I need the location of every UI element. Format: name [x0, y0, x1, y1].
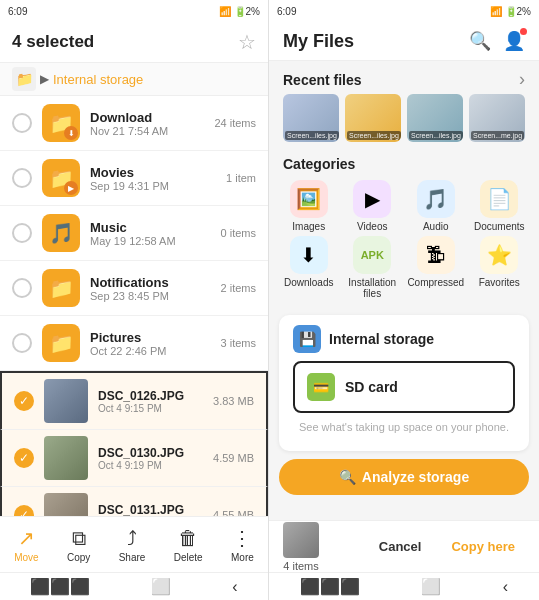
- sd-card-item[interactable]: 💳 SD card: [293, 361, 515, 413]
- more-button[interactable]: ⋮ More: [231, 526, 254, 563]
- img-meta-0: Oct 4 9:15 PM: [98, 403, 203, 414]
- copy-button[interactable]: ⧉ Copy: [67, 527, 90, 563]
- more-label: More: [231, 552, 254, 563]
- folder-meta-pictures: Oct 22 2:46 PM: [90, 345, 206, 357]
- img-thumb-2: [44, 493, 88, 516]
- recent-thumb-2[interactable]: Screen...iles.jpg: [407, 94, 463, 142]
- img-name-1: DSC_0130.JPG: [98, 446, 203, 460]
- nav-home-icon[interactable]: ⬜: [151, 577, 171, 596]
- list-item[interactable]: 📁⬇ Download Nov 21 7:54 AM 24 items: [0, 96, 268, 151]
- list-item[interactable]: 📁 Pictures Oct 22 2:46 PM 3 items: [0, 316, 268, 371]
- documents-icon: 📄: [480, 180, 518, 218]
- list-item[interactable]: ✓ DSC_0131.JPG Oct 4 9:19 PM 4.55 MB: [0, 487, 268, 516]
- left-status-icons: 📶 🔋2%: [219, 6, 260, 17]
- home-icon[interactable]: 📁: [12, 67, 36, 91]
- categories-label: Categories: [269, 150, 539, 176]
- nav-back-icon[interactable]: ‹: [232, 578, 237, 596]
- checkbox-img1[interactable]: ✓: [14, 448, 34, 468]
- videos-label: Videos: [357, 221, 387, 232]
- folder-icon-music: 🎵: [42, 214, 80, 252]
- list-item[interactable]: 🎵 Music May 19 12:58 AM 0 items: [0, 206, 268, 261]
- folder-name-notifications: Notifications: [90, 275, 206, 290]
- category-downloads[interactable]: ⬇ Downloads: [279, 236, 339, 299]
- checkbox-img2[interactable]: ✓: [14, 505, 34, 516]
- folder-name-pictures: Pictures: [90, 330, 206, 345]
- folder-count-download: 24 items: [214, 117, 256, 129]
- right-header: My Files 🔍 👤: [269, 22, 539, 61]
- right-panel: 6:09 📶 🔋2% My Files 🔍 👤 Recent files › S…: [269, 0, 539, 600]
- cancel-button[interactable]: Cancel: [369, 533, 432, 560]
- left-header-left: 4 selected: [12, 32, 94, 52]
- move-button[interactable]: ↗ Move: [14, 526, 38, 563]
- right-signal-icon: 📶: [490, 6, 502, 17]
- search-icon[interactable]: 🔍: [469, 30, 491, 52]
- recent-thumb-label-2: Screen...iles.jpg: [409, 131, 463, 140]
- folder-info-notifications: Notifications Sep 23 8:45 PM: [90, 275, 206, 302]
- list-item[interactable]: ✓ DSC_0130.JPG Oct 4 9:19 PM 4.59 MB: [0, 430, 268, 487]
- copy-here-button[interactable]: Copy here: [441, 533, 525, 560]
- breadcrumb-label[interactable]: Internal storage: [53, 72, 143, 87]
- recent-thumb-3[interactable]: Screen...me.jpg: [469, 94, 525, 142]
- category-installation[interactable]: APK Installation files: [343, 236, 403, 299]
- storage-header: 💾 Internal storage: [293, 325, 515, 353]
- list-item[interactable]: 📁▶ Movies Sep 19 4:31 PM 1 item: [0, 151, 268, 206]
- checkbox-notifications[interactable]: [12, 278, 32, 298]
- checkbox-movies[interactable]: [12, 168, 32, 188]
- list-item[interactable]: 📁 Notifications Sep 23 8:45 PM 2 items: [0, 261, 268, 316]
- storage-name: Internal storage: [329, 331, 434, 347]
- analyze-label: Analyze storage: [362, 469, 469, 485]
- img-meta-1: Oct 4 9:19 PM: [98, 460, 203, 471]
- category-videos[interactable]: ▶ Videos: [343, 180, 403, 232]
- favorites-icon: ⭐: [480, 236, 518, 274]
- recent-thumb-1[interactable]: Screen...iles.jpg: [345, 94, 401, 142]
- checkbox-pictures[interactable]: [12, 333, 32, 353]
- star-icon[interactable]: ☆: [238, 30, 256, 54]
- right-nav-home-icon[interactable]: ⬜: [421, 577, 441, 596]
- folder-name-movies: Movies: [90, 165, 206, 180]
- folder-icon-notifications: 📁: [42, 269, 80, 307]
- img-size-2: 4.55 MB: [213, 509, 254, 516]
- breadcrumb-arrow: ▶: [40, 72, 49, 86]
- delete-label: Delete: [174, 552, 203, 563]
- share-button[interactable]: ⤴ Share: [119, 527, 146, 563]
- folder-info-download: Download Nov 21 7:54 AM: [90, 110, 204, 137]
- category-audio[interactable]: 🎵 Audio: [406, 180, 466, 232]
- recent-files-chevron[interactable]: ›: [519, 69, 525, 90]
- folder-list: 📁⬇ Download Nov 21 7:54 AM 24 items 📁▶ M…: [0, 96, 268, 516]
- delete-button[interactable]: 🗑 Delete: [174, 527, 203, 563]
- folder-count-pictures: 3 items: [216, 337, 256, 349]
- analyze-storage-button[interactable]: 🔍 Analyze storage: [279, 459, 529, 495]
- folder-count-music: 0 items: [216, 227, 256, 239]
- nav-recent-icon[interactable]: ⬛⬛⬛: [30, 577, 90, 596]
- category-images[interactable]: 🖼️ Images: [279, 180, 339, 232]
- category-documents[interactable]: 📄 Documents: [470, 180, 530, 232]
- img-size-0: 3.83 MB: [213, 395, 254, 407]
- category-favorites[interactable]: ⭐ Favorites: [470, 236, 530, 299]
- checkbox-img0[interactable]: ✓: [14, 391, 34, 411]
- folder-info-movies: Movies Sep 19 4:31 PM: [90, 165, 206, 192]
- copy-icon: ⧉: [72, 527, 86, 550]
- favorites-label: Favorites: [479, 277, 520, 288]
- right-nav-recent-icon[interactable]: ⬛⬛⬛: [300, 577, 360, 596]
- checkbox-download[interactable]: [12, 113, 32, 133]
- list-item[interactable]: ✓ DSC_0126.JPG Oct 4 9:15 PM 3.83 MB: [0, 371, 268, 430]
- right-nav-back-icon[interactable]: ‹: [503, 578, 508, 596]
- folder-meta-download: Nov 21 7:54 AM: [90, 125, 204, 137]
- img-name-2: DSC_0131.JPG: [98, 503, 203, 517]
- category-compressed[interactable]: 🗜 Compressed: [406, 236, 466, 299]
- left-status-time: 6:09: [8, 6, 27, 17]
- folder-name-download: Download: [90, 110, 204, 125]
- installation-label: Installation files: [343, 277, 403, 299]
- recent-thumb-0[interactable]: Screen...iles.jpg: [283, 94, 339, 142]
- checkbox-music[interactable]: [12, 223, 32, 243]
- notification-icon[interactable]: 👤: [503, 30, 525, 52]
- img-info-1: DSC_0130.JPG Oct 4 9:19 PM: [98, 446, 203, 471]
- left-status-bar: 6:09 📶 🔋2%: [0, 0, 268, 22]
- more-icon: ⋮: [232, 526, 252, 550]
- right-status-bar: 6:09 📶 🔋2%: [269, 0, 539, 22]
- videos-icon: ▶: [353, 180, 391, 218]
- storage-card: 💾 Internal storage 💳 SD card See what's …: [279, 315, 529, 451]
- img-info-2: DSC_0131.JPG Oct 4 9:19 PM: [98, 503, 203, 517]
- downloads-label: Downloads: [284, 277, 333, 288]
- mini-thumb: [283, 522, 319, 558]
